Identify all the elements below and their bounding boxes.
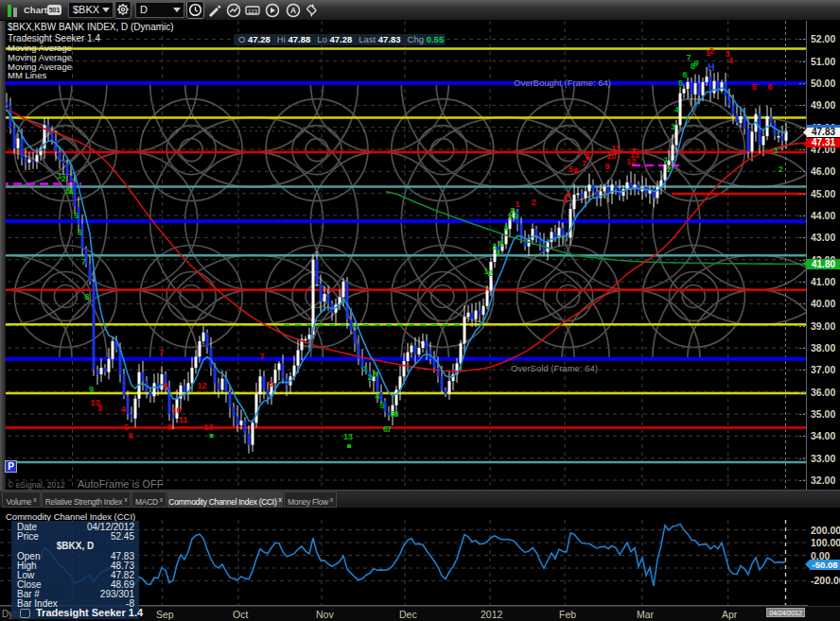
svg-text:11: 11 — [611, 144, 621, 153]
svg-text:1: 1 — [774, 146, 779, 155]
svg-text:9: 9 — [167, 423, 172, 432]
svg-text:6: 6 — [767, 82, 772, 92]
svg-text:4: 4 — [121, 405, 126, 414]
svg-text:2: 2 — [667, 164, 672, 174]
svg-text:A: A — [290, 6, 296, 15]
svg-text:9: 9 — [394, 409, 398, 419]
svg-text:7: 7 — [259, 352, 264, 361]
svg-text:H: H — [708, 62, 714, 73]
svg-text:4: 4 — [565, 190, 569, 199]
svg-text:2: 2 — [488, 268, 493, 278]
svg-text:6: 6 — [504, 223, 509, 233]
svg-text:9: 9 — [604, 162, 609, 171]
svg-text:5: 5 — [379, 401, 384, 410]
svg-text:6: 6 — [682, 70, 687, 79]
svg-text:5: 5 — [74, 211, 79, 220]
svg-text:3: 3 — [97, 404, 102, 413]
svg-text:12: 12 — [197, 381, 206, 390]
svg-text:2: 2 — [531, 198, 535, 207]
svg-text:3: 3 — [372, 370, 376, 379]
svg-text:4: 4 — [69, 187, 74, 197]
svg-text:1: 1 — [664, 155, 669, 164]
svg-text:2: 2 — [61, 174, 66, 183]
svg-text:123: 123 — [248, 9, 258, 14]
svg-text:10: 10 — [172, 405, 182, 415]
svg-text:13: 13 — [203, 423, 213, 432]
svg-text:8: 8 — [268, 379, 272, 388]
svg-text:3: 3 — [671, 122, 675, 131]
svg-text:4: 4 — [496, 248, 500, 257]
svg-text:8: 8 — [84, 292, 89, 302]
svg-text:9: 9 — [693, 59, 698, 68]
svg-text:5: 5 — [569, 164, 573, 174]
svg-text:7: 7 — [387, 424, 392, 434]
svg-text:5: 5 — [752, 82, 757, 92]
svg-text:9: 9 — [89, 385, 94, 394]
svg-text:2: 2 — [709, 46, 714, 56]
svg-text:11: 11 — [179, 415, 188, 424]
svg-text:13: 13 — [343, 432, 353, 441]
svg-text:6: 6 — [78, 228, 82, 237]
svg-text:1: 1 — [90, 398, 95, 407]
svg-text:1: 1 — [515, 199, 519, 209]
svg-text:6: 6 — [573, 166, 578, 176]
svg-text:2: 2 — [779, 164, 783, 174]
svg-text:4: 4 — [728, 56, 733, 65]
svg-text:8: 8 — [163, 381, 167, 390]
svg-text:8: 8 — [586, 152, 590, 162]
svg-text:6: 6 — [129, 431, 133, 440]
svg-text:5: 5 — [499, 239, 503, 249]
svg-text:4: 4 — [375, 391, 379, 401]
svg-text:7: 7 — [81, 257, 86, 267]
svg-text:7: 7 — [159, 348, 164, 357]
svg-text:4: 4 — [674, 105, 679, 114]
svg-text:9: 9 — [514, 212, 518, 221]
